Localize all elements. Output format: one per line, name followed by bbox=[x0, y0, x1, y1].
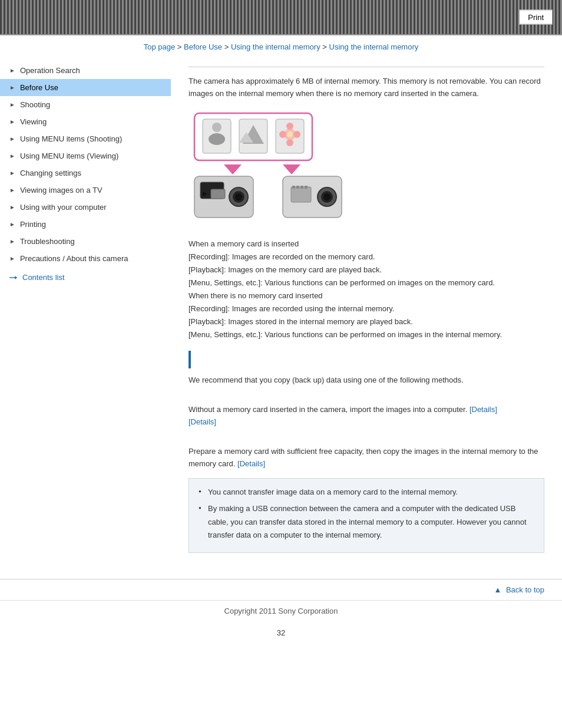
backup-section bbox=[189, 351, 544, 368]
print-button[interactable]: Print bbox=[519, 10, 553, 25]
details-link-2[interactable]: [Details] bbox=[189, 417, 216, 426]
sidebar-item-operation-search[interactable]: ► Operation Search bbox=[0, 62, 171, 79]
menu-inserted: [Menu, Settings, etc.]: Various function… bbox=[189, 278, 495, 287]
sidebar: ► Operation Search ► Before Use ► Shooti… bbox=[0, 56, 171, 573]
sidebar-item-changing-settings[interactable]: ► Changing settings bbox=[0, 164, 171, 182]
when-no-card: When there is no memory card inserted bbox=[189, 291, 323, 300]
svg-point-28 bbox=[323, 193, 330, 200]
header-bar: Print bbox=[0, 0, 562, 35]
breadcrumb-before-use[interactable]: Before Use bbox=[184, 42, 222, 51]
note-item-1: You cannot transfer image data on a memo… bbox=[199, 486, 534, 499]
svg-point-13 bbox=[279, 131, 286, 138]
triangle-icon: ▲ bbox=[494, 585, 501, 594]
arrow-right-icon bbox=[9, 275, 19, 281]
svg-marker-16 bbox=[224, 164, 242, 174]
memory-description: When a memory card is inserted [Recordin… bbox=[189, 238, 544, 342]
details-link-1[interactable]: [Details] bbox=[470, 405, 497, 414]
playback-inserted: [Playback]: Images on the memory card ar… bbox=[189, 265, 382, 274]
sidebar-label: Using with your computer bbox=[20, 203, 107, 212]
camera-illustration bbox=[189, 108, 377, 226]
svg-rect-29 bbox=[291, 187, 311, 202]
main-layout: ► Operation Search ► Before Use ► Shooti… bbox=[0, 56, 562, 573]
note-item-2: By making a USB connection between the c… bbox=[199, 502, 534, 541]
computer-import-description: Without a memory card inserted in the ca… bbox=[189, 405, 467, 414]
sidebar-label: Printing bbox=[20, 220, 46, 229]
arrow-icon: ► bbox=[9, 118, 15, 125]
sidebar-item-precautions[interactable]: ► Precautions / About this camera bbox=[0, 250, 171, 267]
intro-text: The camera has approximately 6 MB of int… bbox=[189, 75, 544, 100]
playback-no-card: [Playback]: Images stored in the interna… bbox=[189, 317, 413, 326]
sidebar-item-viewing-tv[interactable]: ► Viewing images on a TV bbox=[0, 182, 171, 199]
sidebar-label: Viewing images on a TV bbox=[20, 186, 103, 195]
svg-point-4 bbox=[212, 123, 222, 132]
illustration-container bbox=[189, 108, 544, 228]
svg-point-11 bbox=[286, 123, 293, 130]
content-area: The camera has approximately 6 MB of int… bbox=[171, 56, 562, 573]
contents-list-link[interactable]: Contents list bbox=[0, 267, 171, 288]
svg-rect-31 bbox=[296, 186, 299, 189]
svg-rect-33 bbox=[305, 186, 308, 189]
svg-rect-32 bbox=[300, 186, 303, 189]
sidebar-label: Using MENU items (Viewing) bbox=[20, 151, 118, 160]
sidebar-label: Before Use bbox=[20, 83, 58, 92]
back-to-top-label: Back to top bbox=[506, 585, 544, 594]
svg-point-14 bbox=[293, 131, 300, 138]
recording-inserted: [Recording]: Images are recorded on the … bbox=[189, 252, 375, 261]
details-link-3[interactable]: [Details] bbox=[237, 459, 265, 468]
sidebar-item-menu-shooting[interactable]: ► Using MENU items (Shooting) bbox=[0, 130, 171, 147]
arrow-icon: ► bbox=[9, 67, 15, 74]
recording-no-card: [Recording]: Images are recorded using t… bbox=[189, 304, 394, 313]
sidebar-label: Operation Search bbox=[20, 66, 80, 75]
arrow-icon: ► bbox=[9, 153, 15, 159]
menu-no-card: [Menu, Settings, etc.]: Various function… bbox=[189, 330, 502, 339]
sidebar-item-before-use[interactable]: ► Before Use bbox=[0, 79, 171, 96]
sidebar-label: Viewing bbox=[20, 117, 47, 126]
back-to-top-link[interactable]: ▲ Back to top bbox=[494, 585, 544, 594]
svg-point-5 bbox=[209, 133, 225, 145]
breadcrumb-internal-memory-current[interactable]: Using the internal memory bbox=[329, 42, 419, 51]
arrow-icon: ► bbox=[9, 170, 15, 176]
sidebar-label: Changing settings bbox=[20, 169, 81, 177]
breadcrumb: Top page > Before Use > Using the intern… bbox=[0, 35, 562, 56]
content-divider bbox=[189, 67, 544, 67]
sidebar-item-viewing[interactable]: ► Viewing bbox=[0, 113, 171, 130]
arrow-icon: ► bbox=[9, 221, 15, 228]
sidebar-item-troubleshooting[interactable]: ► Troubleshooting bbox=[0, 233, 171, 250]
arrow-icon: ► bbox=[9, 136, 15, 142]
sidebar-label: Troubleshooting bbox=[20, 237, 75, 246]
arrow-icon: ► bbox=[9, 204, 15, 210]
arrow-icon: ► bbox=[9, 238, 15, 245]
memory-card-copy-text: Prepare a memory card with sufficient fr… bbox=[189, 446, 544, 470]
svg-marker-17 bbox=[283, 164, 300, 174]
svg-rect-23 bbox=[211, 189, 225, 199]
footer: Copyright 2011 Sony Corporation bbox=[0, 600, 562, 621]
breadcrumb-top[interactable]: Top page bbox=[144, 42, 176, 51]
sidebar-label: Shooting bbox=[20, 100, 50, 109]
sidebar-label: Precautions / About this camera bbox=[20, 254, 128, 263]
svg-point-15 bbox=[287, 131, 293, 137]
sidebar-item-shooting[interactable]: ► Shooting bbox=[0, 96, 171, 113]
svg-point-12 bbox=[286, 139, 293, 146]
breadcrumb-internal-memory[interactable]: Using the internal memory bbox=[231, 42, 320, 51]
contents-list-label: Contents list bbox=[22, 273, 65, 282]
sidebar-item-menu-viewing[interactable]: ► Using MENU items (Viewing) bbox=[0, 147, 171, 164]
sidebar-item-using-computer[interactable]: ► Using with your computer bbox=[0, 199, 171, 216]
back-to-top-bar: ▲ Back to top bbox=[0, 579, 562, 600]
arrow-icon: ► bbox=[9, 255, 15, 262]
sidebar-item-printing[interactable]: ► Printing bbox=[0, 216, 171, 233]
computer-import-text: Without a memory card inserted in the ca… bbox=[189, 404, 544, 429]
info-box: You cannot transfer image data on a memo… bbox=[189, 478, 544, 552]
svg-rect-30 bbox=[292, 186, 295, 189]
backup-intro: We recommend that you copy (back up) dat… bbox=[189, 374, 544, 387]
copyright-text: Copyright 2011 Sony Corporation bbox=[224, 607, 338, 615]
page-number: 32 bbox=[0, 621, 562, 644]
arrow-icon: ► bbox=[9, 101, 15, 108]
svg-point-22 bbox=[235, 193, 242, 200]
svg-marker-1 bbox=[15, 276, 17, 279]
arrow-icon: ► bbox=[9, 187, 15, 193]
sidebar-label: Using MENU items (Shooting) bbox=[20, 134, 122, 143]
arrow-icon: ► bbox=[9, 84, 15, 91]
when-inserted: When a memory card is inserted bbox=[189, 239, 299, 248]
